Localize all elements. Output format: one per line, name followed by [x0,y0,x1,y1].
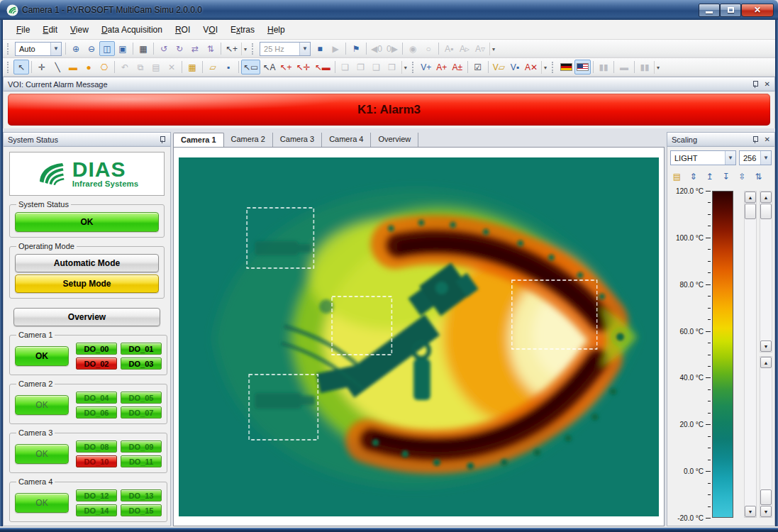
layout-split-horizontal-icon[interactable]: ▬ [616,60,632,74]
toolbar-overflow-icon[interactable]: ▾ [401,61,409,74]
save-page-icon[interactable]: A▹ [457,41,472,56]
toolbar-grip[interactable] [7,43,11,55]
menu-voi[interactable]: VOI [196,22,224,38]
roi-label-mode-icon[interactable]: ↖A [260,60,277,74]
alarm-add-icon[interactable]: A+ [434,60,450,74]
language-german-flag[interactable] [558,60,574,74]
copy-icon[interactable]: ⧉ [133,60,148,74]
menu-extras[interactable]: Extras [224,22,261,38]
digital-output-do_04[interactable]: DO_04 [76,392,117,404]
roi-point-icon[interactable]: ✛ [34,60,50,74]
scale-min-adjust-icon[interactable]: ↧ [718,169,734,184]
rotate-left-icon[interactable]: ↺ [156,41,172,56]
camera-4-status-button[interactable]: OK [15,493,69,513]
tab-camera-1[interactable]: Camera 1 [173,133,224,147]
language-english-flag[interactable] [574,60,591,74]
digital-output-do_14[interactable]: DO_14 [76,504,117,516]
digital-output-do_13[interactable]: DO_13 [121,489,162,501]
thermal-image[interactable] [179,157,659,516]
flip-vertical-icon[interactable]: ⇅ [203,41,218,56]
setup-mode-button[interactable]: Setup Mode [15,275,159,293]
toolbar-overflow-icon[interactable]: ▾ [654,61,662,74]
layout-tile-icon[interactable]: ▮▮ [637,60,652,74]
menu-view[interactable]: View [64,22,95,38]
roi-ellipse-icon[interactable]: ● [81,60,96,74]
toolbar-grip[interactable] [552,62,555,73]
arrange-forward-icon[interactable]: ❑ [369,60,384,74]
camera-3-status-button[interactable]: OK [15,444,69,464]
zoom-in-icon[interactable]: ⊕ [68,41,84,56]
overview-button[interactable]: Overview [13,308,160,326]
palette-combo[interactable]: LIGHT ▼ [670,150,736,165]
digital-output-do_06[interactable]: DO_06 [76,406,117,419]
maximize-button[interactable] [720,4,741,17]
levels-combo[interactable]: 256 ▼ [739,150,772,165]
voi-open-icon[interactable]: V▱ [491,60,507,74]
roi-properties-icon[interactable]: ▦ [184,60,200,74]
play-icon[interactable]: ▶ [328,41,343,56]
roi-polygon-icon[interactable]: ⎔ [96,60,112,74]
undo-icon[interactable]: ↶ [117,60,133,74]
tab-camera-4[interactable]: Camera 4 [322,133,371,147]
roi-select-mode-icon[interactable]: ↖▭ [241,60,260,74]
tab-camera-2[interactable]: Camera 2 [224,133,273,147]
pointer-add-icon[interactable]: ↖+ [223,41,240,56]
arrange-front-icon[interactable]: ❏ [338,60,353,74]
zoom-out-icon[interactable]: ⊖ [84,41,99,56]
scrollbar-thumb[interactable] [760,489,772,505]
roi-move-mode-icon[interactable]: ↖✛ [294,60,313,74]
paste-icon[interactable]: ▤ [148,60,164,74]
save-list-icon[interactable]: A▿ [472,41,488,56]
voi-delete-icon[interactable]: A✕ [523,60,540,74]
digital-output-do_10[interactable]: DO_10 [76,455,117,467]
toolbar-grip[interactable] [412,62,416,73]
voi-save-icon[interactable]: V▪ [507,60,523,74]
system-status-ok-button[interactable]: OK [15,212,159,232]
scroll-down-icon[interactable]: ▼ [760,340,772,352]
stop-icon[interactable]: ■ [312,41,328,56]
menu-edit[interactable]: Edit [36,22,64,38]
roi-rectangle-icon[interactable]: ▬ [65,60,81,74]
fit-to-window-icon[interactable]: ◫ [99,41,115,56]
digital-output-do_00[interactable]: DO_00 [76,343,117,355]
scale-properties-icon[interactable]: ▤ [669,169,685,184]
pin-icon[interactable] [159,135,166,143]
digital-output-do_15[interactable]: DO_15 [121,504,162,516]
alarm-add-output-icon[interactable]: A± [450,60,465,74]
toolbar-grip[interactable] [252,43,255,55]
digital-output-do_03[interactable]: DO_03 [121,358,162,370]
step-forward-icon[interactable]: 0▶ [384,41,400,56]
record-save-icon[interactable]: ◉ [405,41,421,56]
scale-min-scrollbar[interactable]: ▲ ▼ [760,356,772,518]
tab-camera-3[interactable]: Camera 3 [273,133,322,147]
select-pointer-icon[interactable]: ↖ [13,60,29,74]
menu-help[interactable]: Help [261,22,291,38]
close-pane-icon[interactable]: ✕ [765,135,770,143]
scale-compress-icon[interactable]: ⇳ [734,169,750,184]
scroll-down-icon[interactable]: ▼ [745,506,756,517]
toolbar-overflow-icon[interactable]: ▾ [541,61,549,74]
rotate-right-icon[interactable]: ↻ [172,41,187,56]
zoom-mode-combo[interactable]: Auto▼ [15,42,62,56]
roi-add-mode-icon[interactable]: ↖+ [277,60,294,74]
digital-output-do_02[interactable]: DO_02 [76,358,117,370]
scroll-up-icon[interactable]: ▲ [760,192,772,203]
roi-open-icon[interactable]: ▱ [205,60,221,74]
roi-save-icon[interactable]: ▪ [221,60,236,74]
digital-output-do_07[interactable]: DO_07 [121,406,162,419]
flip-horizontal-icon[interactable]: ⇄ [187,41,203,56]
grid-icon[interactable]: ▦ [135,41,151,56]
scale-autoscale-icon[interactable]: ⇅ [750,169,767,184]
toolbar-overflow-icon[interactable]: ▾ [241,43,249,55]
scroll-up-icon[interactable]: ▲ [745,192,756,203]
scrollbar-thumb[interactable] [745,204,756,219]
scale-expand-icon[interactable]: ⇕ [685,169,701,184]
voi-add-icon[interactable]: V+ [418,60,434,74]
flag-marker-icon[interactable]: ⚑ [348,41,364,56]
roi-line-icon[interactable]: ╲ [50,60,65,74]
toolbar-grip[interactable] [7,62,11,73]
minimize-button[interactable] [699,4,720,17]
digital-output-do_12[interactable]: DO_12 [76,489,117,501]
camera-1-status-button[interactable]: OK [15,346,69,366]
scroll-down-icon[interactable]: ▼ [760,506,772,517]
